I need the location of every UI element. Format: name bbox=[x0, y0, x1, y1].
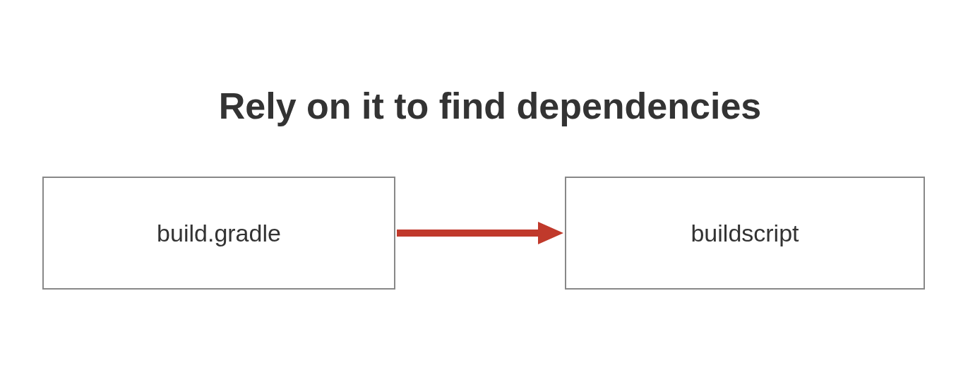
node-buildscript: buildscript bbox=[565, 177, 925, 290]
diagram-container: build.gradle buildscript bbox=[0, 177, 980, 290]
diagram-title: Rely on it to find dependencies bbox=[0, 85, 980, 127]
node-right-label: buildscript bbox=[691, 220, 799, 247]
node-left-label: build.gradle bbox=[157, 220, 281, 247]
arrow-icon bbox=[397, 219, 563, 247]
node-build-gradle: build.gradle bbox=[42, 177, 395, 290]
svg-marker-1 bbox=[538, 222, 563, 244]
